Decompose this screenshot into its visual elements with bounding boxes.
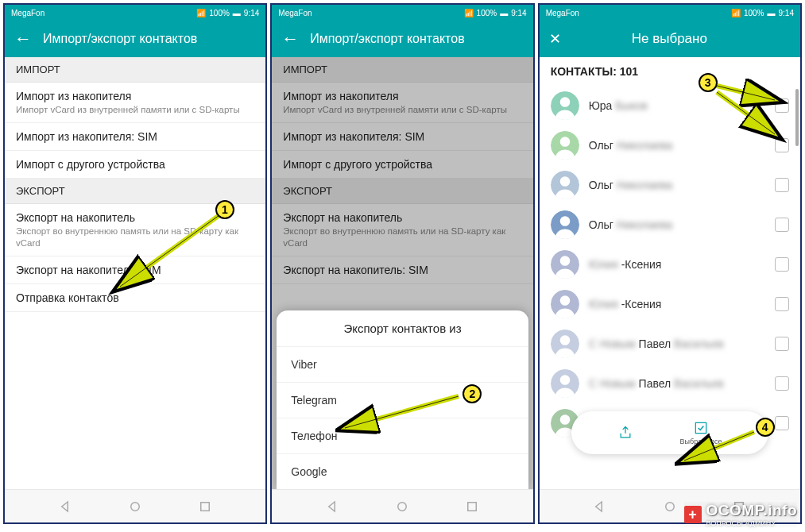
checkbox[interactable] <box>775 416 789 430</box>
signal-icon: 📶 <box>196 9 206 17</box>
import-item-device[interactable]: Импорт с другого устройства <box>5 151 265 179</box>
svg-point-13 <box>559 137 570 147</box>
app-title: Импорт/экспорт контактов <box>43 32 197 46</box>
nav-back-icon[interactable] <box>324 498 342 515</box>
checkbox[interactable] <box>775 178 789 192</box>
watermark-text: OCOMP.info <box>706 502 797 519</box>
import-item-sim[interactable]: Импорт из накопителя: SIM <box>5 123 265 151</box>
status-right: 📶 100% ▬ 9:14 <box>464 9 527 17</box>
modal-item-viber[interactable]: Viber <box>277 346 528 382</box>
contact-name: Юлия -Ксения <box>589 258 765 271</box>
svg-point-5 <box>398 502 407 511</box>
nav-home-icon[interactable] <box>393 498 411 515</box>
contact-name: Юлия -Ксения <box>589 298 765 310</box>
nav-bar <box>5 489 265 522</box>
svg-line-36 <box>717 92 775 134</box>
time-label: 9:14 <box>244 9 259 17</box>
contact-row[interactable]: Юлия -Ксения <box>540 245 800 284</box>
battery-label: 100% <box>209 9 230 17</box>
contact-name: Ольг Николаева <box>589 179 765 191</box>
annotation-arrow-4 <box>675 426 762 469</box>
svg-point-15 <box>559 176 570 187</box>
avatar-icon <box>551 91 579 120</box>
checkbox[interactable] <box>775 297 789 311</box>
annotation-badge-4: 4 <box>756 418 775 437</box>
contact-name: С Новым Павел Васильев <box>589 337 765 350</box>
svg-rect-1 <box>200 502 209 511</box>
time-label: 9:14 <box>779 9 794 17</box>
status-bar: MegaFon 📶 100% ▬ 9:14 <box>5 5 265 21</box>
time-label: 9:14 <box>511 9 526 17</box>
import-section-header: ИМПОРТ <box>5 57 265 83</box>
nav-recent-icon[interactable] <box>463 498 481 515</box>
annotation-arrow-1 <box>108 211 227 299</box>
nav-back-icon[interactable] <box>591 498 609 515</box>
status-right: 📶 100% ▬ 9:14 <box>731 9 794 17</box>
battery-label: 100% <box>744 9 764 17</box>
avatar-icon <box>551 369 579 398</box>
scrollbar-thumb[interactable] <box>795 89 799 146</box>
carrier-label: MegaFon <box>546 9 579 17</box>
contact-row[interactable]: Ольг Николаева <box>540 205 800 245</box>
item-sub: Импорт vCard из внутренней памяти или с … <box>16 104 254 115</box>
signal-icon: 📶 <box>731 9 741 17</box>
battery-label: 100% <box>477 9 497 17</box>
phone-panel-3: MegaFon 📶 100% ▬ 9:14 ✕ Не выбрано КОНТА… <box>538 3 802 524</box>
app-bar: ← Импорт/экспорт контактов <box>5 21 265 57</box>
nav-back-icon[interactable] <box>57 498 75 515</box>
contact-row[interactable]: Юлия -Ксения <box>540 284 800 324</box>
back-icon[interactable]: ← <box>281 30 299 48</box>
contact-row[interactable]: Ольг Николаева <box>540 165 800 205</box>
svg-point-11 <box>559 97 570 107</box>
contact-name: Ольг Николаева <box>589 218 765 231</box>
avatar-icon <box>551 210 579 239</box>
annotation-badge-3: 3 <box>699 73 718 92</box>
nav-home-icon[interactable] <box>661 498 679 515</box>
share-button[interactable] <box>617 425 633 441</box>
svg-point-23 <box>559 335 570 345</box>
svg-point-17 <box>559 216 570 226</box>
watermark: + OCOMP.info ВОПРОСЫ АДМИНУ <box>684 502 797 527</box>
nav-bar <box>272 489 532 522</box>
contact-name: С Новым Павел Васильев <box>589 377 765 390</box>
modal-item-google[interactable]: Google <box>277 453 528 489</box>
svg-point-0 <box>131 502 140 511</box>
contact-row[interactable]: С Новым Павел Васильев <box>540 324 800 364</box>
app-bar: ✕ Не выбрано <box>540 21 800 57</box>
back-icon[interactable]: ← <box>14 30 32 48</box>
phone-panel-1: MegaFon 📶 100% ▬ 9:14 ← Импорт/экспорт к… <box>3 3 267 524</box>
watermark-cross-icon: + <box>684 506 702 523</box>
svg-point-25 <box>559 375 570 385</box>
status-bar: MegaFon 📶 100% ▬ 9:14 <box>540 5 800 21</box>
checkbox[interactable] <box>775 337 789 351</box>
signal-icon: 📶 <box>464 9 474 17</box>
item-label: Импорт из накопителя <box>16 90 254 102</box>
app-title: Не выбрано <box>548 31 791 47</box>
svg-rect-6 <box>468 502 477 511</box>
svg-point-27 <box>559 414 570 425</box>
svg-point-21 <box>559 295 570 306</box>
nav-home-icon[interactable] <box>126 498 144 515</box>
import-item-storage[interactable]: Импорт из накопителя Импорт vCard из вну… <box>5 83 265 123</box>
phone-panel-2: MegaFon 📶 100% ▬ 9:14 ← Импорт/экспорт к… <box>270 3 534 524</box>
svg-line-39 <box>684 432 754 461</box>
status-right: 📶 100% ▬ 9:14 <box>196 9 259 17</box>
avatar-icon <box>551 171 579 199</box>
svg-line-9 <box>345 396 459 428</box>
avatar-icon <box>551 330 579 358</box>
battery-icon: ▬ <box>500 9 508 17</box>
annotation-arrow-2 <box>335 390 470 438</box>
svg-point-29 <box>666 502 675 511</box>
nav-recent-icon[interactable] <box>196 498 214 515</box>
status-bar: MegaFon 📶 100% ▬ 9:14 <box>272 5 532 21</box>
checkbox[interactable] <box>775 257 789 272</box>
annotation-badge-1: 1 <box>215 200 234 219</box>
carrier-label: MegaFon <box>278 9 312 17</box>
svg-line-4 <box>120 215 219 287</box>
contact-row[interactable]: С Новым Павел Васильев <box>540 364 800 403</box>
annotation-arrow-3b <box>713 88 792 144</box>
avatar-icon <box>551 290 579 318</box>
checkbox[interactable] <box>775 376 789 391</box>
carrier-label: MegaFon <box>11 9 45 17</box>
checkbox[interactable] <box>775 218 789 232</box>
